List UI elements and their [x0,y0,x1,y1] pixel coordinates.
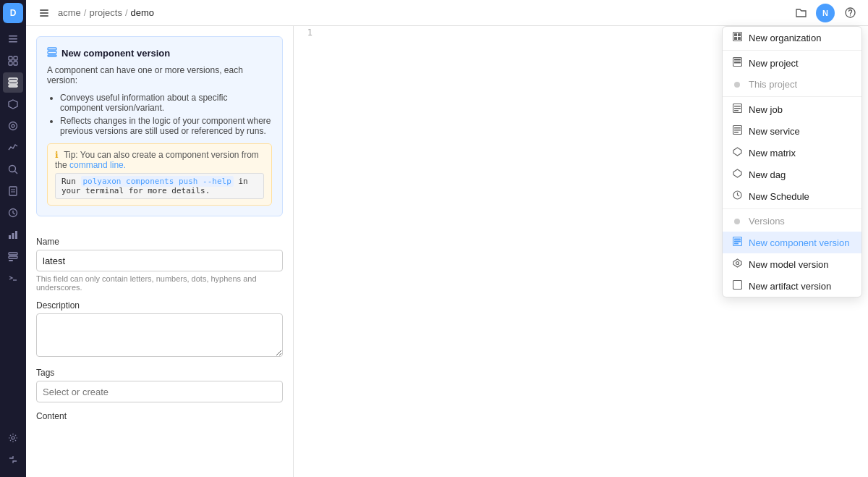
svg-rect-8 [9,82,17,84]
new-job-icon [731,104,743,115]
svg-marker-58 [733,259,741,267]
sidebar-item-dashboard[interactable] [3,51,23,71]
sidebar-item-expand[interactable] [3,449,23,470]
info-box-bullets: Conveys useful information about a speci… [47,93,272,136]
dropdown-item-new-organization[interactable]: New organization [723,27,861,48]
sidebar: D [0,0,26,477]
svg-rect-32 [48,48,56,50]
dropdown-menu: New organization New project This projec… [722,26,862,297]
svg-marker-10 [9,100,17,109]
separator-1 [723,50,861,51]
sidebar-item-settings[interactable] [3,428,23,448]
topbar-icons: N [791,4,859,22]
svg-rect-39 [738,37,741,40]
svg-rect-4 [14,56,17,60]
svg-rect-2 [9,41,17,43]
svg-rect-29 [40,15,48,17]
sidebar-top: D [3,3,23,428]
new-model-version-label: New model version [749,259,829,270]
tip-link[interactable]: command line. [69,160,126,170]
tip-box: ℹ Tip: You can also create a component v… [47,143,272,206]
new-organization-icon [731,32,743,43]
svg-rect-48 [734,127,741,129]
sidebar-item-models[interactable] [3,94,23,114]
tip-command-code: polyaxon components push --help [81,176,234,187]
description-input[interactable] [36,313,283,357]
dropdown-item-new-artifact-version[interactable]: New artifact version [723,275,861,297]
sidebar-bottom [3,428,23,474]
new-schedule-label: New Schedule [749,191,809,202]
breadcrumb-sep-2: / [125,7,128,18]
main-area: acme / projects / demo N [26,0,868,477]
sidebar-item-menu[interactable] [3,29,23,49]
sidebar-item-history[interactable] [3,203,23,223]
sidebar-item-analytics[interactable] [3,138,23,158]
sidebar-item-search[interactable] [3,159,23,180]
new-artifact-version-icon [731,280,743,292]
sidebar-logo[interactable]: D [3,3,23,23]
svg-rect-28 [40,12,48,14]
new-artifact-version-label: New artifact version [749,281,831,292]
svg-rect-37 [738,33,741,36]
tip-icon: ℹ [55,150,59,160]
svg-rect-5 [9,62,12,65]
sidebar-item-list[interactable] [3,246,23,266]
name-input[interactable] [36,250,283,271]
dropdown-item-new-model-version[interactable]: New model version [723,253,861,275]
sidebar-item-runs[interactable] [3,116,23,136]
name-label: Name [36,237,283,247]
dropdown-item-new-project[interactable]: New project [723,52,861,74]
separator-3 [723,208,861,209]
dropdown-item-new-service[interactable]: New service [723,120,861,142]
content-area: New component version A component can ha… [26,26,868,477]
sidebar-item-terminal[interactable] [3,268,23,288]
svg-rect-42 [734,62,741,64]
versions-label: Versions [749,216,785,227]
topbar-nav-icon[interactable] [35,4,54,22]
new-schedule-icon [731,190,743,202]
svg-point-31 [849,14,850,15]
svg-rect-36 [734,33,737,36]
avatar[interactable]: N [816,4,835,22]
info-box-bullet-1: Conveys useful information about a speci… [60,93,272,113]
new-matrix-icon [731,147,743,159]
svg-rect-57 [734,243,739,245]
topbar-help-icon[interactable] [841,4,859,22]
dropdown-item-new-dag[interactable]: New dag [723,164,861,185]
info-box: New component version A component can ha… [36,36,283,216]
svg-rect-20 [12,233,14,239]
tip-command: Run polyaxon components push --help in y… [55,173,264,199]
svg-rect-45 [734,108,741,109]
separator-2 [723,96,861,97]
svg-point-12 [12,124,14,127]
versions-dot [734,219,740,224]
breadcrumb-projects[interactable]: projects [89,7,122,18]
svg-rect-44 [734,106,741,107]
sidebar-item-components[interactable] [3,72,23,93]
dropdown-item-new-component-version[interactable]: New component version [723,232,861,253]
dropdown-item-new-job[interactable]: New job [723,98,861,120]
svg-rect-41 [734,59,741,61]
svg-rect-1 [9,38,17,40]
svg-rect-46 [734,110,739,111]
dropdown-item-new-matrix[interactable]: New matrix [723,142,861,164]
new-matrix-label: New matrix [749,148,796,159]
info-box-title-text: New component version [61,48,170,59]
topbar: acme / projects / demo N [26,0,868,26]
new-organization-label: New organization [749,33,821,43]
svg-rect-27 [40,9,48,11]
info-box-description: A component can have one or more version… [47,65,272,85]
sidebar-item-charts[interactable] [3,224,23,245]
info-box-title: New component version [47,47,272,59]
sidebar-item-reports[interactable] [3,181,23,201]
content-label: Content [36,411,283,421]
this-project-dot [734,82,740,88]
tags-input[interactable] [36,381,283,402]
svg-point-11 [9,122,17,130]
svg-rect-21 [15,231,17,239]
breadcrumb-acme[interactable]: acme [58,7,81,18]
dropdown-item-versions: Versions [723,211,861,232]
dropdown-item-new-schedule[interactable]: New Schedule [723,185,861,207]
form-fields: Name This field can only contain letters… [26,227,293,434]
topbar-folder-icon[interactable] [791,4,810,22]
